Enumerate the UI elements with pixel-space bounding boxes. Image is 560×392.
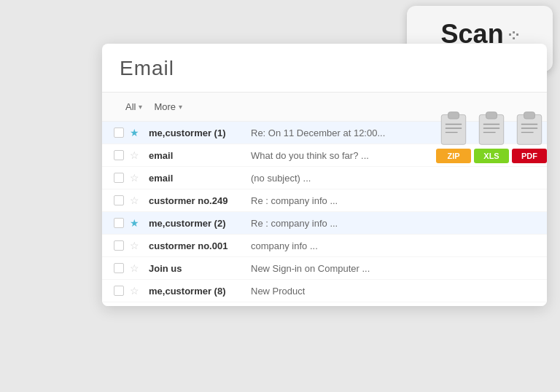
star-icon[interactable]: ☆ [130,172,141,184]
row-checkbox[interactable] [114,240,124,251]
email-subject: New Sign-in on Computer ... [251,263,370,274]
more-chevron-icon: ▾ [179,103,182,111]
star-icon[interactable]: ★ [130,127,141,138]
email-subject: Re : company info ... [251,195,338,206]
pdf-label[interactable]: PDF [512,149,547,163]
svg-rect-10 [517,114,541,144]
svg-rect-1 [448,112,459,119]
sender-name: me,custormer (8) [149,286,251,297]
more-filter-label: More [154,101,176,112]
svg-rect-6 [486,112,497,119]
row-checkbox[interactable] [114,286,124,296]
table-row[interactable]: ★ me,custormer (2) Re : company info ... [102,212,547,235]
pdf-export-icon[interactable]: PDF [512,109,547,163]
all-filter-button[interactable]: All ▾ [120,98,148,115]
table-row[interactable]: ☆ email (no subject) ... [102,167,547,189]
star-icon[interactable]: ☆ [130,195,141,206]
star-icon[interactable]: ★ [130,217,141,229]
email-panel: Email All ▾ More ▾ ZIP [102,44,547,306]
sender-name: me,custormer (1) [149,128,251,138]
table-row[interactable]: ☆ mail support New Sign-in on Computer [102,302,547,306]
sender-name: email [149,150,251,161]
email-subject: company info ... [251,240,318,251]
xls-export-icon[interactable]: XLS [474,109,509,163]
scan-animation-dots: ·:· [508,27,519,42]
table-row[interactable]: ☆ Join us New Sign-in on Computer ... [102,257,547,280]
zip-export-icon[interactable]: ZIP [436,109,471,163]
row-checkbox[interactable] [114,128,124,138]
all-filter-label: All [125,101,136,112]
zip-clipboard-svg [438,109,470,147]
table-row[interactable]: ☆ me,custormer (8) New Product [102,280,547,302]
email-subject: Re: On 11 December at 12:00... [251,128,385,138]
sender-name: custormer no.249 [149,195,251,206]
star-icon[interactable]: ☆ [130,149,141,161]
star-icon[interactable]: ☆ [130,285,141,297]
email-subject: What do you think so far? ... [251,150,369,161]
more-filter-button[interactable]: More ▾ [148,98,188,115]
table-row[interactable]: ☆ custormer no.001 company info ... [102,235,547,257]
email-subject: Re : company info ... [251,218,338,229]
table-row[interactable]: ☆ custormer no.249 Re : company info ... [102,189,547,212]
pdf-clipboard-svg [513,109,545,147]
sender-name: me,custormer (2) [149,218,251,229]
zip-label[interactable]: ZIP [436,149,471,163]
page-title: Email [120,57,529,80]
svg-rect-5 [479,114,503,144]
star-icon[interactable]: ☆ [130,240,141,251]
svg-rect-0 [441,114,465,144]
star-icon[interactable]: ☆ [130,262,141,274]
export-icons-area: ZIP XLS PD [436,109,547,163]
svg-rect-11 [524,112,535,119]
row-checkbox[interactable] [114,263,124,273]
row-checkbox[interactable] [114,195,124,205]
toolbar: All ▾ More ▾ ZIP [102,93,547,122]
xls-clipboard-svg [475,109,508,147]
email-subject: (no subject) ... [251,173,311,184]
row-checkbox[interactable] [114,218,124,228]
xls-label[interactable]: XLS [474,149,509,163]
sender-name: Join us [149,263,251,274]
row-checkbox[interactable] [114,173,124,183]
sender-name: custormer no.001 [149,240,251,251]
email-subject: New Product [251,286,305,297]
all-chevron-icon: ▾ [139,103,142,111]
sender-name: email [149,173,251,184]
email-header: Email [102,44,547,93]
row-checkbox[interactable] [114,150,124,160]
